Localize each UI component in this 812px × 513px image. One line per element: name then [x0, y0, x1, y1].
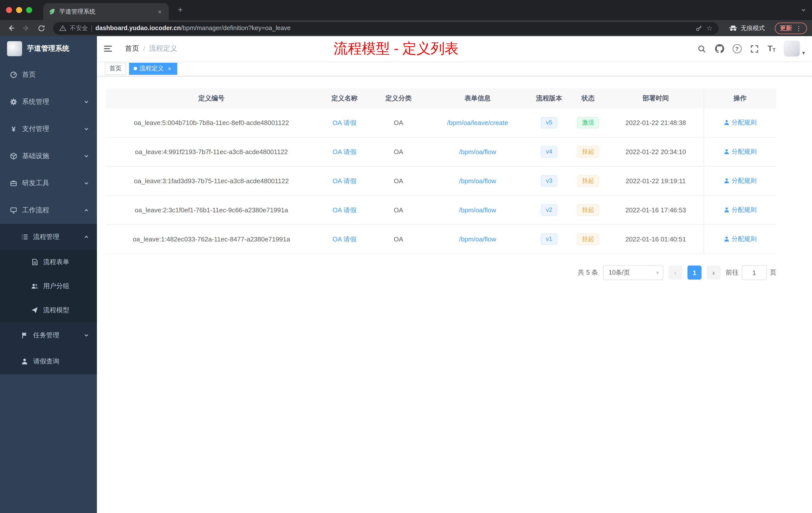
page-suffix: 页 [770, 268, 776, 277]
cell-version: v5 [530, 109, 568, 137]
reload-button[interactable] [35, 22, 47, 34]
security-label[interactable]: 不安全 [70, 24, 88, 32]
sidebar-toggle-icon[interactable] [104, 44, 114, 54]
cell-category: OA [372, 137, 425, 167]
page-size-select[interactable]: 10条/页 [603, 265, 663, 280]
sidebar-item-process-model[interactable]: 流程模型 [0, 298, 97, 322]
tag-home[interactable]: 首页 [105, 62, 126, 74]
sidebar-item-user-group[interactable]: 用户分组 [0, 274, 97, 298]
table-body: oa_leave:5:004b710b-7b8a-11ec-8ef0-acde4… [106, 109, 776, 254]
sidebar-item-infrastructure[interactable]: 基础设施 [0, 143, 97, 170]
back-button[interactable] [5, 22, 17, 34]
minimize-window-button[interactable] [16, 7, 22, 13]
assign-rule-button[interactable]: 分配规则 [724, 206, 757, 214]
status-badge: 挂起 [577, 175, 599, 187]
forward-button[interactable] [20, 22, 32, 34]
header-form-info: 表单信息 [425, 88, 530, 109]
cell-definition-id: oa_leave:4:991f2193-7b7f-11ec-a3c8-acde4… [106, 137, 317, 167]
person-icon [724, 149, 730, 155]
url-path: /bpm/manager/definition?key=oa_leave [181, 25, 290, 32]
list-icon [21, 233, 28, 240]
tag-label: 流程定义 [140, 64, 164, 73]
sidebar-item-home[interactable]: 首页 [0, 61, 97, 88]
select-caret-icon [656, 269, 659, 276]
status-badge: 激活 [577, 117, 599, 128]
font-size-icon[interactable] [767, 45, 776, 53]
browser-tab-strip: 芋道管理系统 [0, 0, 812, 20]
browser-menu-icon[interactable] [795, 24, 802, 32]
cell-definition-id: oa_leave:5:004b710b-7b8a-11ec-8ef0-acde4… [106, 109, 317, 137]
sidebar-item-devtools[interactable]: 研发工具 [0, 170, 97, 197]
sidebar-item-task-management[interactable]: 任务管理 [0, 322, 97, 349]
tab-favicon-leaf-icon [48, 8, 55, 15]
key-icon[interactable] [696, 25, 703, 32]
warning-triangle-icon [59, 25, 66, 32]
gear-icon [10, 98, 17, 105]
sidebar-item-workflow[interactable]: 工作流程 [0, 197, 97, 224]
form-link[interactable]: /bpm/oa/flow [459, 206, 496, 214]
assign-rule-button[interactable]: 分配规则 [724, 177, 757, 185]
assign-rule-button[interactable]: 分配规则 [724, 235, 757, 243]
page-1-button[interactable]: 1 [688, 266, 701, 280]
bookmark-star-icon[interactable] [706, 24, 713, 32]
cell-definition-name: OA 请假 [317, 224, 372, 254]
tag-label: 首页 [110, 64, 121, 73]
cell-form-info: /bpm/oa/flow [425, 224, 530, 254]
status-badge: 挂起 [577, 233, 599, 245]
definition-name-link[interactable]: OA 请假 [332, 235, 356, 243]
close-window-button[interactable] [6, 7, 12, 13]
user-menu[interactable] [784, 41, 805, 57]
goto-page-input[interactable] [742, 265, 767, 280]
sidebar-item-label: 首页 [22, 70, 36, 79]
cell-version: v1 [530, 224, 568, 254]
sidebar-item-label: 基础设施 [22, 152, 49, 161]
search-icon[interactable] [697, 44, 706, 53]
tab-search-chevron-icon[interactable] [801, 5, 806, 14]
page-size-value: 10条/页 [609, 268, 630, 277]
breadcrumb-separator: / [143, 45, 145, 53]
new-tab-button[interactable] [174, 3, 187, 17]
tab-close-icon[interactable] [156, 7, 164, 16]
next-page-button[interactable]: › [706, 266, 721, 280]
browser-tab[interactable]: 芋道管理系统 [43, 3, 169, 20]
sidebar-item-payment[interactable]: 支付管理 [0, 116, 97, 143]
fullscreen-icon[interactable] [750, 44, 759, 53]
definition-name-link[interactable]: OA 请假 [332, 206, 356, 214]
browser-update-button[interactable]: 更新 [775, 22, 807, 34]
cell-status: 挂起 [568, 167, 608, 195]
sidebar-item-process-management[interactable]: 流程管理 [0, 224, 97, 250]
sidebar-logo[interactable]: 芋道管理系统 [0, 36, 97, 61]
flag-icon [21, 332, 28, 339]
sidebar-item-label: 系统管理 [22, 97, 49, 107]
avatar[interactable] [784, 41, 800, 57]
sidebar-item-system[interactable]: 系统管理 [0, 88, 97, 116]
url-text[interactable]: dashboard.yudao.iocoder.cn/bpm/manager/d… [95, 25, 692, 32]
sidebar: 芋道管理系统 首页 系统管理 支付管理 基础设施 [0, 36, 97, 513]
help-icon[interactable] [732, 44, 742, 53]
maximize-window-button[interactable] [26, 7, 32, 13]
sidebar-item-process-form[interactable]: 流程表单 [0, 250, 97, 274]
definition-name-link[interactable]: OA 请假 [332, 148, 356, 155]
github-icon[interactable] [715, 44, 724, 53]
prev-page-button[interactable]: ‹ [668, 266, 683, 280]
definition-table: 定义编号 定义名称 定义分类 表单信息 流程版本 状态 部署时间 操作 oa_l… [106, 88, 776, 254]
assign-rule-button[interactable]: 分配规则 [724, 118, 757, 127]
definition-name-link[interactable]: OA 请假 [332, 177, 356, 184]
breadcrumb-current: 流程定义 [149, 44, 177, 53]
form-link[interactable]: /bpm/oa/flow [459, 148, 496, 156]
form-link[interactable]: /bpm/oa/flow [459, 235, 496, 243]
document-icon [31, 259, 38, 266]
tag-close-icon[interactable] [166, 65, 173, 72]
form-link[interactable]: /bpm/oa/flow [459, 177, 496, 185]
cell-version: v2 [530, 195, 568, 224]
sidebar-item-leave-query[interactable]: 请假查询 [0, 349, 97, 374]
header-deploy-time: 部署时间 [608, 88, 703, 109]
breadcrumb-home[interactable]: 首页 [125, 44, 139, 53]
address-bar[interactable]: 不安全 dashboard.yudao.iocoder.cn/bpm/manag… [53, 22, 719, 34]
assign-rule-button[interactable]: 分配规则 [724, 148, 757, 156]
definition-name-link[interactable]: OA 请假 [332, 119, 356, 126]
form-link[interactable]: /bpm/oa/leave/create [447, 119, 508, 126]
header-version: 流程版本 [530, 88, 568, 109]
header-status: 状态 [568, 88, 608, 109]
tag-process-definition[interactable]: 流程定义 [129, 62, 177, 74]
